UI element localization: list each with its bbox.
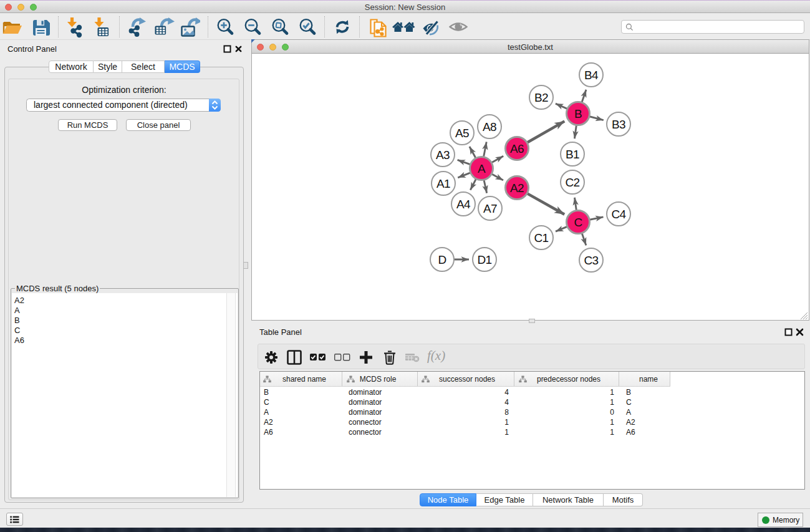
svg-text:C4: C4 <box>612 208 627 221</box>
svg-text:C: C <box>574 216 582 229</box>
svg-text:B2: B2 <box>534 91 548 104</box>
svg-text:A4: A4 <box>456 198 471 211</box>
svg-text:A6: A6 <box>510 142 524 155</box>
svg-text:C1: C1 <box>534 231 549 244</box>
svg-text:B1: B1 <box>566 148 579 161</box>
svg-text:D: D <box>438 253 446 266</box>
svg-text:A1: A1 <box>436 177 450 190</box>
svg-text:C3: C3 <box>584 254 599 267</box>
svg-text:A: A <box>478 162 486 175</box>
svg-text:B4: B4 <box>584 69 599 82</box>
svg-text:B3: B3 <box>612 118 625 131</box>
svg-text:D1: D1 <box>478 253 492 266</box>
svg-text:A8: A8 <box>483 120 496 133</box>
svg-text:A2: A2 <box>510 181 524 195</box>
svg-text:B: B <box>574 107 582 120</box>
svg-text:C2: C2 <box>566 176 580 189</box>
svg-text:A5: A5 <box>455 127 469 140</box>
svg-text:A3: A3 <box>436 148 450 162</box>
svg-text:A7: A7 <box>483 202 497 215</box>
